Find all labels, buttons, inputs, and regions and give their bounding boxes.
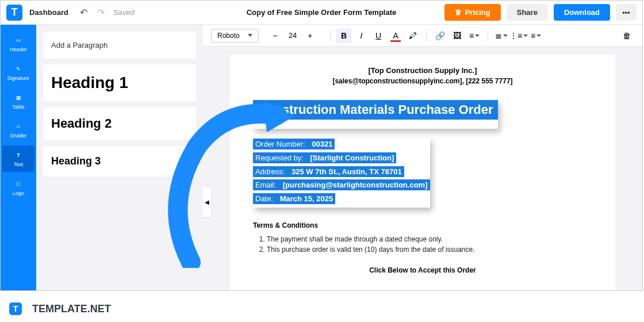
side-panel: Add a Paragraph Heading 1 Heading 2 Head…	[36, 25, 203, 290]
nav-signature[interactable]: ✎Signature	[2, 59, 34, 86]
email-label: Email:	[253, 179, 278, 190]
signature-icon: ✎	[13, 64, 24, 74]
address-label: Address:	[253, 166, 287, 177]
watermark-logo-icon: T	[9, 302, 22, 315]
nav-logo[interactable]: ⬡Logo	[2, 174, 34, 201]
dashboard-link[interactable]: Dashboard	[29, 8, 68, 17]
download-button[interactable]: Download	[554, 4, 610, 21]
chevron-left-icon: ◀	[205, 199, 209, 205]
image-button[interactable]: 🖼	[450, 28, 465, 43]
line-spacing-button[interactable]: ≡	[528, 28, 543, 43]
terms-heading[interactable]: Terms & Conditions	[253, 221, 592, 229]
logo-icon: ⬡	[13, 179, 24, 189]
canvas-area: ◀ Roboto − 24 + B I U A 🖍 🔗 🖼 ≡ ≣ ⋮≡ ≡	[203, 25, 642, 290]
redo-icon[interactable]: ↷	[94, 6, 108, 20]
accept-instruction[interactable]: Click Below to Accept this Order	[253, 266, 592, 274]
heading-1[interactable]: Heading 1	[43, 64, 196, 101]
decrease-font-button[interactable]: −	[268, 28, 283, 43]
address: 325 W 7th St., Austin, TX 78701	[287, 166, 404, 177]
divider-icon: ═	[13, 121, 24, 132]
add-paragraph[interactable]: Add a Paragraph	[43, 32, 196, 59]
chevron-down-icon	[248, 34, 252, 37]
bullet-list-button[interactable]: ⋮≡	[511, 28, 526, 43]
heading-3[interactable]: Heading 3	[43, 146, 196, 177]
undo-icon[interactable]: ↶	[77, 6, 91, 20]
more-button[interactable]: •••	[616, 4, 637, 21]
align-button[interactable]: ≡	[467, 28, 482, 43]
heading-2[interactable]: Heading 2	[43, 107, 196, 140]
nav-text[interactable]: TText	[2, 145, 34, 172]
pricing-button[interactable]: ♛Pricing	[444, 4, 501, 21]
bold-button[interactable]: B	[336, 28, 351, 43]
header-icon: ▭	[13, 35, 24, 45]
order-info-block[interactable]: Order Number: 00321 Requested by: [Starl…	[253, 138, 430, 208]
font-selector[interactable]: Roboto	[211, 29, 259, 43]
terms-list[interactable]: The payment shall be made through a date…	[253, 235, 592, 254]
company-name[interactable]: [Top Construction Supply Inc.]	[253, 66, 592, 75]
order-number: 00321	[308, 139, 335, 150]
font-size-value[interactable]: 24	[289, 31, 297, 40]
table-icon: ▦	[13, 93, 24, 103]
left-nav: ▭Header ✎Signature ▦Table ═Divider TText…	[1, 25, 36, 290]
underline-button[interactable]: U	[371, 28, 386, 43]
delete-button[interactable]: 🗑	[619, 28, 634, 43]
email: [purchasing@starlightconstruction.com]	[278, 179, 430, 190]
share-button[interactable]: Share	[507, 4, 548, 21]
format-toolbar: Roboto − 24 + B I U A 🖍 🔗 🖼 ≡ ≣ ⋮≡ ≡ 🗑	[203, 25, 642, 47]
nav-table[interactable]: ▦Table	[2, 88, 34, 114]
document-title[interactable]: Copy of Free Simple Order Form Template	[247, 8, 397, 17]
saved-status: Saved	[113, 8, 135, 17]
date: March 15, 2025	[275, 193, 335, 204]
text-icon: T	[13, 150, 24, 160]
order-title[interactable]: Construction Materials Purchase Order	[253, 100, 498, 120]
requested-by-label: Requested by:	[253, 152, 306, 163]
link-button[interactable]: 🔗	[432, 28, 447, 43]
increase-font-button[interactable]: +	[302, 28, 317, 43]
order-number-label: Order Number:	[253, 139, 308, 150]
term-item: The payment shall be made through a date…	[267, 235, 592, 243]
topbar: T Dashboard ↶ ↷ Saved Copy of Free Simpl…	[1, 1, 642, 25]
term-item: This purchase order is valid ten (10) da…	[267, 246, 592, 254]
nav-divider[interactable]: ═Divider	[2, 117, 34, 143]
company-contact[interactable]: [sales@topconstructionsupplyinc.com], [2…	[253, 77, 592, 85]
collapse-panel-button[interactable]: ◀	[203, 186, 212, 218]
nav-header[interactable]: ▭Header	[2, 30, 34, 57]
date-label: Date:	[253, 193, 275, 204]
italic-button[interactable]: I	[354, 28, 369, 43]
highlight-button[interactable]: 🖍	[405, 28, 420, 43]
app-logo[interactable]: T	[6, 5, 22, 21]
numbered-list-button[interactable]: ≣	[494, 28, 509, 43]
document-page[interactable]: [Top Construction Supply Inc.] [sales@to…	[230, 55, 615, 290]
crown-icon: ♛	[455, 8, 462, 17]
requested-by: [Starlight Construction]	[306, 152, 397, 163]
font-color-button[interactable]: A	[388, 28, 403, 43]
watermark: T TEMPLATE.NET	[9, 302, 111, 315]
